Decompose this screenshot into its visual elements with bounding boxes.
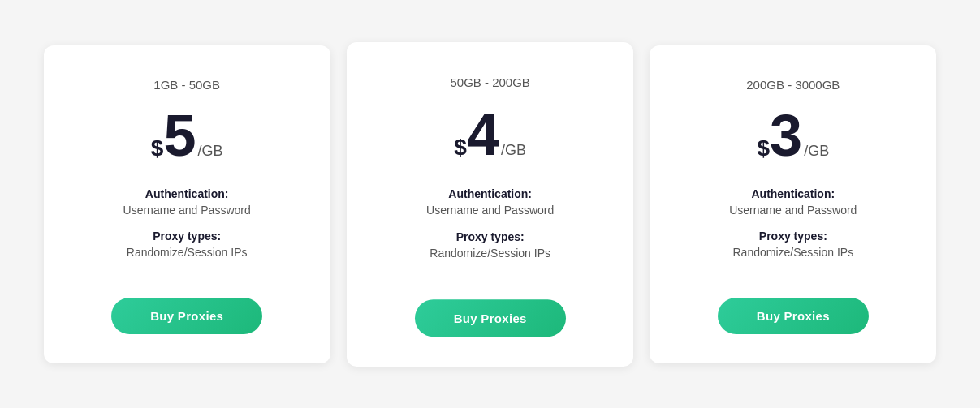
tier-range: 50GB - 200GB <box>450 75 529 88</box>
price-row: $ 5 /GB <box>151 106 223 165</box>
tier-range: 200GB - 3000GB <box>746 78 840 92</box>
pricing-card-2: 50GB - 200GB $ 4 /GB Authentication: Use… <box>347 42 633 367</box>
authentication-label: Authentication: <box>679 187 907 200</box>
price-amount: 3 <box>770 106 802 165</box>
authentication-value: Username and Password <box>376 203 604 216</box>
buy-proxies-button[interactable]: Buy Proxies <box>111 298 262 334</box>
pricing-container: 1GB - 50GB $ 5 /GB Authentication: Usern… <box>44 45 937 363</box>
buy-proxies-button[interactable]: Buy Proxies <box>414 299 565 337</box>
price-dollar: $ <box>758 135 771 161</box>
price-unit: /GB <box>804 143 829 160</box>
authentication-label: Authentication: <box>376 187 604 200</box>
price-amount: 4 <box>467 104 499 163</box>
proxy-types-value: Randomize/Session IPs <box>376 247 604 260</box>
features: Authentication: Username and Password Pr… <box>679 187 907 272</box>
price-unit: /GB <box>501 141 526 158</box>
features: Authentication: Username and Password Pr… <box>376 187 604 273</box>
authentication-value: Username and Password <box>73 204 301 217</box>
tier-range: 1GB - 50GB <box>153 78 220 92</box>
proxy-types-value: Randomize/Session IPs <box>73 246 301 259</box>
price-amount: 5 <box>163 106 196 165</box>
proxy-types-label: Proxy types: <box>73 230 301 243</box>
proxy-types-label: Proxy types: <box>679 230 907 243</box>
buy-proxies-button[interactable]: Buy Proxies <box>718 298 869 334</box>
authentication-value: Username and Password <box>679 204 907 217</box>
price-unit: /GB <box>197 143 222 160</box>
proxy-types-value: Randomize/Session IPs <box>679 246 907 259</box>
pricing-card-3: 200GB - 3000GB $ 3 /GB Authentication: U… <box>650 45 936 363</box>
pricing-card-1: 1GB - 50GB $ 5 /GB Authentication: Usern… <box>44 45 330 363</box>
price-row: $ 3 /GB <box>758 106 830 165</box>
price-row: $ 4 /GB <box>454 104 526 163</box>
authentication-label: Authentication: <box>73 187 301 200</box>
price-dollar: $ <box>151 135 164 161</box>
proxy-types-label: Proxy types: <box>376 230 604 243</box>
features: Authentication: Username and Password Pr… <box>73 187 301 272</box>
price-dollar: $ <box>454 134 467 161</box>
